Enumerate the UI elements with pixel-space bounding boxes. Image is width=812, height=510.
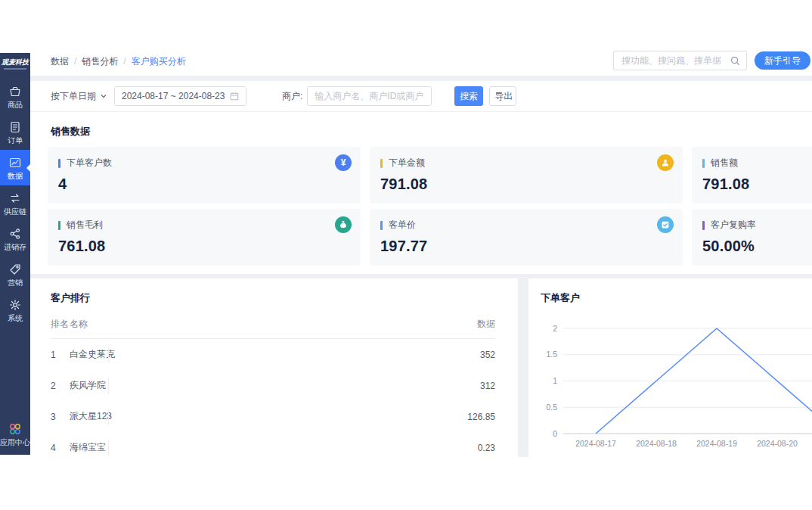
stat-card-sales-amount: 销售额 791.08 [692, 147, 812, 204]
name-cell: 白金史莱克 [70, 348, 108, 361]
rank-cell: 4 [51, 443, 70, 453]
table-row: 2 疾风学院 312 [51, 370, 495, 401]
ranking-rows: 1 白金史莱克 352 2 疾风学院 312 3 派大星123 126.85 [51, 339, 518, 463]
stat-title: 下单金额 [380, 157, 671, 169]
stat-label: 销售毛利 [67, 219, 103, 232]
table-row: 3 派大星123 126.85 [51, 401, 495, 432]
sidebar-item-label: 供应链 [4, 207, 26, 216]
stat-value: 791.08 [380, 176, 671, 193]
stat-card-avg-order-value: 客单价 197.77 [370, 209, 683, 266]
app-window: 观麦科技 商品 订单 数据 [0, 0, 812, 510]
sidebar-item-inventory[interactable]: 进销存 [0, 221, 30, 257]
sidebar-item-data[interactable]: 数据 [0, 150, 30, 185]
svg-text:2024-08-19: 2024-08-19 [696, 439, 737, 448]
export-button[interactable]: 导出 [489, 86, 516, 106]
supply-chain-icon [8, 191, 22, 205]
marketing-tag-icon [8, 263, 22, 276]
table-row: 1 白金史莱克 352 [51, 339, 495, 370]
main-content: 按下单日期 2024-08-17 ~ 2024-08-23 商户: 搜索 导出 … [30, 76, 812, 457]
ranking-header: 排名 名称 数据 [51, 318, 495, 339]
sidebar-item-label: 系统 [8, 314, 23, 322]
search-button[interactable]: 搜索 [454, 86, 483, 106]
rank-cell: 2 [51, 381, 70, 391]
breadcrumb: 数据/销售分析/客户购买分析 [51, 54, 186, 68]
svg-text:2024-08-17: 2024-08-17 [575, 439, 616, 448]
column-header-rank: 排名 [51, 318, 70, 331]
sidebar-item-app-center[interactable]: 应用中心 [0, 416, 30, 452]
app-grid-icon [8, 422, 22, 436]
line-chart-icon [8, 156, 22, 169]
sidebar-item-label: 应用中心 [0, 438, 30, 446]
stat-label: 下单金额 [389, 157, 425, 169]
sidebar-item-goods[interactable]: 商品 [0, 79, 30, 114]
sidebar-item-label: 商品 [8, 101, 23, 109]
accent-bar [702, 221, 705, 230]
stat-value: 4 [58, 176, 349, 193]
sidebar-item-marketing[interactable]: 营销 [0, 257, 30, 292]
brand-logo: 观麦科技 [0, 53, 30, 70]
sidebar-item-label: 数据 [8, 172, 23, 180]
value-cell: 0.23 [478, 443, 495, 453]
breadcrumb-item-current: 客户购买分析 [132, 56, 186, 67]
chevron-down-icon[interactable] [100, 92, 107, 100]
merchant-search-input[interactable] [307, 86, 432, 106]
calendar-icon [230, 92, 239, 101]
column-header-name: 名称 [70, 318, 108, 331]
price-board-icon [657, 216, 674, 233]
stat-label: 客单价 [389, 219, 416, 232]
svg-text:0: 0 [553, 429, 557, 438]
rank-cell: 3 [51, 412, 70, 422]
order-icon [8, 120, 22, 134]
bar-track [108, 409, 479, 425]
yuan-coin-icon: ¥ [335, 154, 352, 171]
breadcrumb-item[interactable]: 销售分析 [82, 56, 118, 67]
sidebar-item-label: 订单 [8, 136, 23, 145]
name-cell: 疾风学院 [70, 379, 108, 392]
stat-value: 50.00% [702, 238, 812, 255]
accent-bar [380, 159, 383, 168]
stat-title: 销售额 [702, 157, 812, 169]
sidebar-item-orders[interactable]: 订单 [0, 114, 30, 150]
svg-text:1.5: 1.5 [546, 350, 557, 359]
svg-text:1: 1 [553, 376, 557, 385]
svg-text:2024-08-18: 2024-08-18 [636, 439, 677, 448]
customer-ranking-panel: 客户排行 排名 名称 数据 1 白金史莱克 352 2 疾风学院 312 [30, 278, 518, 458]
value-cell: 312 [480, 381, 495, 391]
sidebar-item-supply-chain[interactable]: 供应链 [0, 185, 30, 221]
money-bag-icon [335, 216, 352, 233]
column-header-value: 数据 [477, 318, 495, 331]
global-search-input[interactable] [620, 54, 730, 67]
stat-value: 197.77 [380, 238, 671, 255]
topbar-right: 新手引导 [613, 51, 810, 70]
svg-text:0.5: 0.5 [546, 403, 557, 412]
topbar: 数据/销售分析/客户购买分析 新手引导 [30, 45, 812, 76]
svg-text:2024-08-20: 2024-08-20 [757, 439, 798, 448]
date-type-label[interactable]: 按下单日期 [51, 90, 96, 103]
bar-track [108, 347, 479, 363]
global-search-box[interactable] [613, 51, 747, 70]
stat-label: 销售额 [711, 157, 738, 169]
rank-cell: 1 [51, 350, 70, 360]
inventory-icon [8, 227, 22, 241]
sidebar-item-system[interactable]: 系统 [0, 292, 30, 328]
bar-track [108, 378, 479, 394]
beginner-guide-button[interactable]: 新手引导 [755, 51, 810, 70]
stat-value: 761.08 [58, 238, 349, 255]
stat-title: 下单客户数 [58, 157, 349, 169]
stat-title: 客单价 [380, 219, 671, 232]
value-cell: 352 [480, 350, 495, 360]
date-range-input[interactable]: 2024-08-17 ~ 2024-08-23 [114, 86, 246, 106]
filter-bar: 按下单日期 2024-08-17 ~ 2024-08-23 商户: 搜索 导出 [30, 81, 812, 112]
magnifier-icon[interactable] [730, 56, 740, 66]
order-customers-chart-panel: 下单客户 00.511.522024-08-172024-08-182024-0… [528, 278, 812, 458]
stat-card-gross-profit: 销售毛利 761.08 [48, 209, 361, 266]
sales-panel: 按下单日期 2024-08-17 ~ 2024-08-23 商户: 搜索 导出 … [30, 81, 812, 274]
stat-title: 销售毛利 [58, 219, 349, 232]
gear-icon [8, 298, 22, 312]
ranking-title: 客户排行 [51, 291, 518, 305]
breadcrumb-item[interactable]: 数据 [51, 56, 69, 67]
breadcrumb-separator: / [74, 56, 76, 67]
accent-bar [58, 159, 60, 168]
customer-icon [657, 154, 674, 171]
date-range-value: 2024-08-17 ~ 2024-08-23 [122, 91, 225, 101]
